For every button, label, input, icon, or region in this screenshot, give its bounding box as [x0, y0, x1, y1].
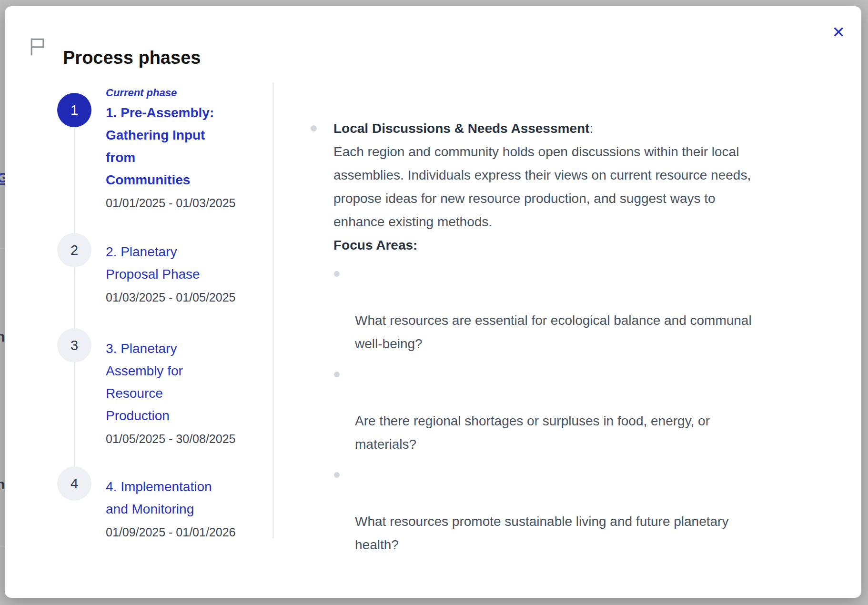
close-icon[interactable]: ✕ [827, 20, 850, 43]
focus-area-item: What resources promote sustainable livin… [333, 463, 810, 556]
phase-title-link[interactable]: 2. Planetary Proposal Phase [106, 241, 238, 285]
background-page-link-fragment: G [0, 170, 5, 187]
phase-number: 1 [71, 102, 78, 118]
focus-area-text: What resources are essential for ecologi… [355, 313, 752, 351]
focus-area-item: What resources are essential for ecologi… [333, 262, 810, 355]
phase-details: Local Discussions & Needs Assessment: Ea… [307, 117, 810, 564]
background-page-text-fragment: n [0, 476, 5, 493]
bullet-icon [311, 125, 317, 131]
phase-dates: 01/03/2025 - 01/05/2025 [106, 290, 238, 305]
phase-title-link[interactable]: 4. Implementation and Monitoring [106, 475, 238, 520]
focus-areas-list: What resources are essential for ecologi… [333, 262, 810, 556]
details-description: Each region and community holds open dis… [333, 140, 810, 233]
phase-body: 3. Planetary Assembly for Resource Produ… [106, 337, 238, 446]
background-page-divider [0, 546, 5, 547]
phase-number-badge: 1 [57, 93, 91, 127]
details-heading-colon: : [589, 121, 593, 136]
process-phase-item: 4 4. Implementation and Monitoring 01/09… [57, 475, 238, 540]
phase-number: 4 [71, 476, 78, 492]
phase-number-badge: 3 [57, 328, 91, 363]
bullet-icon [334, 372, 340, 377]
focus-area-item: Are there regional shortages or surpluse… [333, 363, 810, 456]
focus-areas-heading: Focus Areas: [333, 233, 810, 257]
process-phase-item: 2 2. Planetary Proposal Phase 01/03/2025… [57, 241, 238, 305]
phase-dates: 01/05/2025 - 30/08/2025 [106, 431, 238, 446]
details-list-item: Local Discussions & Needs Assessment: Ea… [307, 117, 810, 556]
phase-title-link[interactable]: 3. Planetary Assembly for Resource Produ… [106, 337, 238, 427]
bullet-icon [334, 472, 340, 478]
process-phase-item: 1 Current phase 1. Pre-Assembly: Gatheri… [57, 87, 238, 211]
process-phases-modal: Process phases ✕ 1 Current phase 1. Pre-… [5, 6, 861, 598]
phase-body: 4. Implementation and Monitoring 01/09/2… [106, 475, 238, 540]
phase-body: 2. Planetary Proposal Phase 01/03/2025 -… [106, 241, 238, 305]
phase-number: 3 [71, 338, 78, 353]
phase-body: Current phase 1. Pre-Assembly: Gathering… [106, 87, 238, 211]
column-divider [273, 82, 274, 538]
page: { "dialog": { "title": "Process phases",… [0, 0, 868, 605]
phase-number-badge: 2 [57, 233, 91, 267]
details-heading: Local Discussions & Needs Assessment [333, 121, 589, 136]
phase-number-badge: 4 [57, 466, 91, 501]
bullet-icon [334, 271, 340, 277]
details-heading-line: Local Discussions & Needs Assessment: [333, 117, 810, 140]
background-page-text-fragment: n [0, 329, 5, 345]
process-phase-item: 3 3. Planetary Assembly for Resource Pro… [57, 337, 238, 446]
focus-area-text: Are there regional shortages or surpluse… [355, 413, 710, 452]
current-phase-label: Current phase [106, 87, 238, 99]
flag-icon [27, 36, 48, 58]
dialog-title: Process phases [63, 47, 201, 68]
phase-number: 2 [71, 242, 78, 258]
phase-dates: 01/09/2025 - 01/01/2026 [106, 524, 238, 540]
phase-dates: 01/01/2025 - 01/03/2025 [106, 195, 238, 211]
background-page-divider [0, 248, 5, 249]
focus-area-text: What resources promote sustainable livin… [355, 514, 728, 552]
phase-title-link[interactable]: 1. Pre-Assembly: Gathering Input from Co… [106, 101, 238, 191]
